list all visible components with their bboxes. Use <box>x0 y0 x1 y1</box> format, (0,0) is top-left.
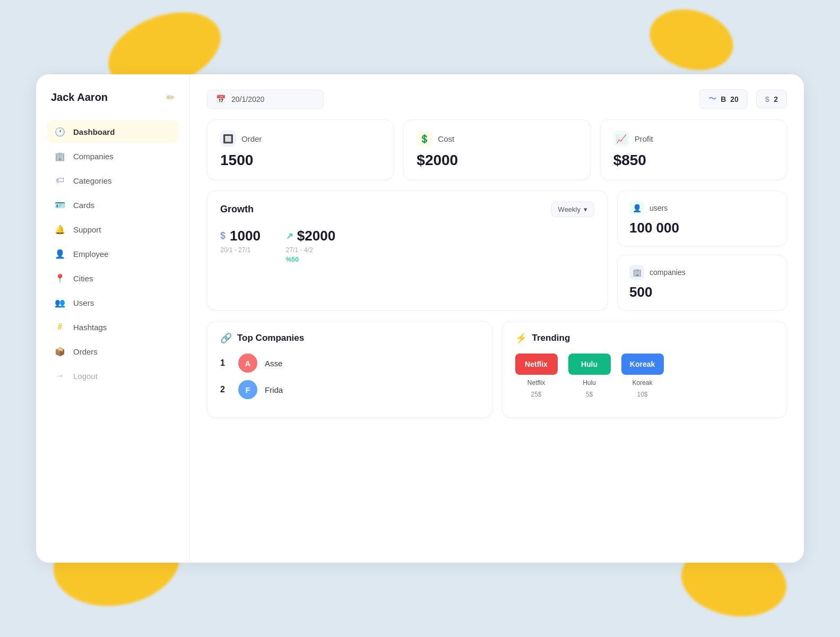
chevron-down-icon: ▾ <box>584 205 587 213</box>
dollar-badge: $ 2 <box>756 90 787 108</box>
growth-item-2: ↗ $2000 27/1 - 4/2 %50 <box>286 228 335 263</box>
trending-badge-hulu[interactable]: Hulu <box>568 354 611 375</box>
date-value: 20/1/2020 <box>231 95 264 104</box>
profit-value: $850 <box>613 152 774 169</box>
users-stat-label: users <box>650 204 668 212</box>
weekly-select[interactable]: Weekly ▾ <box>551 202 594 217</box>
sidebar-item-categories[interactable]: 🏷 Categories <box>47 169 179 192</box>
order-icon: 🔲 <box>220 131 236 147</box>
badge-dollar-value: 2 <box>774 95 778 104</box>
trending-item-hulu: Hulu Hulu 5$ <box>568 354 611 398</box>
cost-icon: 💲 <box>417 131 432 147</box>
badge-b-label: B <box>721 95 726 104</box>
top-companies-card: 🔗 Top Companies 1 A Asse 2 F Frida <box>207 321 492 418</box>
growth-amount-2: ↗ $2000 <box>286 228 335 244</box>
sidebar-label-categories: Categories <box>73 176 112 185</box>
trending-name-hulu: Hulu <box>583 379 596 386</box>
badge-b-value: 20 <box>730 95 739 104</box>
stat-card-profit: 📈 Profit $850 <box>600 119 787 180</box>
trending-name-koreak: Koreak <box>632 379 652 386</box>
company-row-1: 1 A Asse <box>220 354 479 373</box>
growth-value-1: 1000 <box>230 228 261 244</box>
company-name-2: Frida <box>265 385 283 394</box>
right-stat-companies: 🏢 companies 500 <box>617 255 787 311</box>
sidebar-item-dashboard[interactable]: 🕐 Dashboard <box>47 120 179 143</box>
dollar-icon: $ <box>765 94 769 104</box>
growth-date-2: 27/1 - 4/2 <box>286 246 335 254</box>
sidebar: Jack Aaron ✏ 🕐 Dashboard 🏢 Companies 🏷 C… <box>36 74 190 563</box>
right-stat-header-users: 👤 users <box>629 201 775 216</box>
sidebar-label-hashtags: Hashtags <box>73 323 107 332</box>
right-stats: 👤 users 100 000 🏢 companies 500 <box>617 191 787 311</box>
activity-icon: 〜 <box>708 94 716 104</box>
trending-header: ⚡ Trending <box>515 332 774 344</box>
sidebar-username: Jack Aaron <box>51 91 108 104</box>
cities-icon: 📍 <box>54 272 66 284</box>
sidebar-label-cities: Cities <box>73 274 93 283</box>
sidebar-label-employee: Employee <box>73 249 109 259</box>
order-value: 1500 <box>220 152 380 169</box>
employee-icon: 👤 <box>54 248 66 260</box>
right-stat-header-companies: 🏢 companies <box>629 265 775 280</box>
sidebar-item-cities[interactable]: 📍 Cities <box>47 267 179 289</box>
growth-value-2: $2000 <box>297 228 335 244</box>
top-bar: 📅 20/1/2020 〜 B 20 $ 2 <box>207 89 787 109</box>
orders-icon: 📦 <box>54 346 66 357</box>
sidebar-item-users[interactable]: 👥 Users <box>47 291 179 314</box>
trending-price-hulu: 5$ <box>586 391 593 398</box>
stat-card-cost: 💲 Cost $2000 <box>403 119 590 180</box>
sidebar-label-companies: Companies <box>73 152 114 161</box>
hashtags-icon: # <box>54 321 66 333</box>
growth-date-1: 20/1 - 27/1 <box>220 246 261 254</box>
companies-stat-label: companies <box>650 268 686 277</box>
growth-title: Growth <box>220 204 254 215</box>
sidebar-label-orders: Orders <box>73 347 98 356</box>
support-icon: 🔔 <box>54 223 66 235</box>
companies-stat-icon: 🏢 <box>629 265 644 280</box>
cost-label: Cost <box>438 134 454 143</box>
trending-badge-netflix[interactable]: Netflix <box>515 354 558 375</box>
main-card: Jack Aaron ✏ 🕐 Dashboard 🏢 Companies 🏷 C… <box>36 74 804 563</box>
growth-card: Growth Weekly ▾ $ 1000 20/1 - 27/1 <box>207 191 608 311</box>
middle-row: Growth Weekly ▾ $ 1000 20/1 - 27/1 <box>207 191 787 311</box>
profit-label: Profit <box>635 134 653 143</box>
order-label: Order <box>241 134 262 143</box>
bottom-row: 🔗 Top Companies 1 A Asse 2 F Frida ⚡ <box>207 321 787 418</box>
blob-decoration-2 <box>643 1 740 79</box>
weekly-label: Weekly <box>558 205 581 213</box>
sidebar-item-orders[interactable]: 📦 Orders <box>47 340 179 363</box>
trending-icon: ⚡ <box>515 332 527 344</box>
edit-icon[interactable]: ✏ <box>167 92 175 104</box>
sidebar-item-hashtags[interactable]: # Hashtags <box>47 316 179 338</box>
trending-title: Trending <box>532 333 570 343</box>
sidebar-item-logout[interactable]: → Logout <box>47 365 179 387</box>
company-name-1: Asse <box>265 359 282 368</box>
stat-card-order: 🔲 Order 1500 <box>207 119 394 180</box>
users-stat-icon: 👤 <box>629 201 644 216</box>
company-rank-2: 2 <box>220 385 231 394</box>
company-avatar-1: A <box>238 354 257 373</box>
categories-icon: 🏷 <box>54 175 66 186</box>
trending-card: ⚡ Trending Netflix Netflix 25$ Hulu Hulu… <box>502 321 787 418</box>
sidebar-item-cards[interactable]: 🪪 Cards <box>47 194 179 216</box>
sidebar-item-employee[interactable]: 👤 Employee <box>47 243 179 265</box>
sidebar-label-logout: Logout <box>73 372 98 381</box>
date-field[interactable]: 📅 20/1/2020 <box>207 90 324 109</box>
trending-badge-koreak[interactable]: Koreak <box>621 354 664 375</box>
cost-value: $2000 <box>417 152 577 169</box>
profit-icon: 📈 <box>613 131 629 147</box>
sidebar-item-companies[interactable]: 🏢 Companies <box>47 145 179 167</box>
growth-item-1: $ 1000 20/1 - 27/1 <box>220 228 261 254</box>
dollar-sign-icon: $ <box>220 230 226 242</box>
top-companies-icon: 🔗 <box>220 332 232 344</box>
trending-items: Netflix Netflix 25$ Hulu Hulu 5$ Koreak … <box>515 354 774 398</box>
stats-row: 🔲 Order 1500 💲 Cost $2000 📈 Profit $850 <box>207 119 787 180</box>
sidebar-item-support[interactable]: 🔔 Support <box>47 218 179 240</box>
sidebar-label-users: Users <box>73 298 94 307</box>
growth-amount-1: $ 1000 <box>220 228 261 244</box>
top-companies-title: Top Companies <box>237 333 304 343</box>
stat-header-order: 🔲 Order <box>220 131 380 147</box>
companies-stat-value: 500 <box>629 284 775 300</box>
company-row-2: 2 F Frida <box>220 380 479 399</box>
date-icon: 📅 <box>216 94 226 104</box>
